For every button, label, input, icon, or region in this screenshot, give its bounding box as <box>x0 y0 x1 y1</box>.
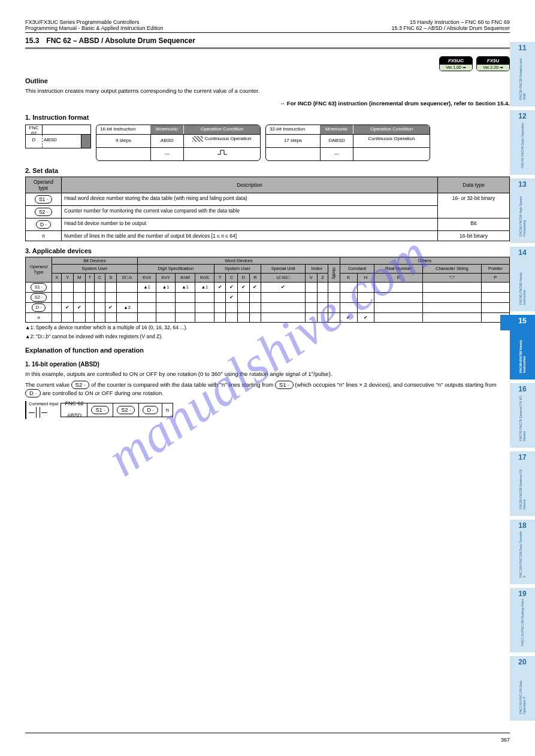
badge-suffix: 3U <box>493 58 499 63</box>
appl-col: D□.b <box>117 273 138 282</box>
appl-op: n <box>26 312 52 322</box>
appl-col: D <box>237 273 249 282</box>
appl-cell <box>374 282 423 292</box>
outline-p2: For INCD (FNC 63) instruction (increment… <box>287 100 510 107</box>
tab-label: FNC110-FNC139 Floating Point <box>521 598 524 646</box>
side-tab-14[interactable]: 14FNC60-FNC69 Handy Instruction <box>510 247 535 311</box>
appl-cell <box>214 292 226 302</box>
appl-cell <box>317 282 328 292</box>
side-tab-20[interactable]: 20FNC140-FNC149 Data Operation 2 <box>510 656 535 721</box>
appl-cell: ✔ <box>74 302 86 312</box>
appl-cell <box>74 292 86 302</box>
box16-cond: Continuous Operation <box>205 136 252 141</box>
appl-col: Z <box>317 273 328 282</box>
op-pill: S1 · <box>275 381 294 389</box>
side-tab-16[interactable]: 16FNC70-FNC79 External FX I/O Device <box>510 383 535 448</box>
badge-bottom: Ver.1.00 ➡ <box>440 65 472 71</box>
appl-cell <box>357 302 374 312</box>
appl-cell <box>423 282 482 292</box>
box32-mnem-hdr: Mnemonic <box>320 125 353 134</box>
side-tab-12[interactable]: 12FNC40-FNC49 Data Operation <box>510 110 535 175</box>
appl-cell <box>261 302 306 312</box>
function-para-2: The current value S2 · of the counter is… <box>25 381 510 397</box>
function-para-1: In this example, outputs are controlled … <box>25 370 510 378</box>
side-tab-17[interactable]: 17FNC80-FNC89 External FX Device <box>510 451 535 516</box>
appl-cell <box>226 312 238 322</box>
appl-cell <box>317 302 328 312</box>
appl-digit: Digit Specification <box>137 264 214 273</box>
appl-cell <box>95 302 105 312</box>
tab-num: 14 <box>511 249 534 257</box>
dp-col: D <box>26 135 43 148</box>
appl-cell <box>237 292 249 302</box>
appl-cell <box>423 292 482 302</box>
fnc-box: FNC 62 ABSD S1 · S2 · D · n <box>61 403 173 417</box>
pulse-marker <box>81 135 90 148</box>
appl-cell <box>95 312 105 322</box>
inst-left-box: FNC 62 D ABSD <box>25 125 91 148</box>
box16-steps: 9 steps <box>96 135 150 147</box>
appl-col: KnM <box>175 273 195 282</box>
side-tab-11[interactable]: 11FNC30-FNC39 Rotation and Shift <box>510 42 535 107</box>
tab-label: FNC30-FNC39 Rotation and Shift <box>519 52 526 100</box>
appl-cell <box>261 312 306 322</box>
op-pill: S2 · <box>31 293 47 302</box>
box16-r2-mnem: — <box>150 148 183 160</box>
appl-col: Y <box>62 273 74 282</box>
applicable-heading: 3. Applicable devices <box>25 247 510 254</box>
ladder-rail <box>25 401 26 419</box>
appl-cell <box>117 292 138 302</box>
appl-op: S2 · <box>26 292 52 302</box>
appl-cell <box>85 312 95 322</box>
badge-fx: FX <box>448 58 454 63</box>
appl-col: E <box>374 273 423 282</box>
appl-cell <box>340 302 358 312</box>
appl-sysword: System User <box>214 264 261 273</box>
box16-mnem: ABSD <box>150 135 183 147</box>
side-tab-19[interactable]: 19FNC110-FNC139 Floating Point <box>510 588 535 652</box>
appl-cell: ▲2 <box>117 302 138 312</box>
appl-cell <box>95 292 105 302</box>
appl-cell <box>214 302 226 312</box>
appl-cell <box>117 312 138 322</box>
op-dtype: Bit <box>438 218 510 230</box>
appl-col: "□" <box>423 273 482 282</box>
appl-char: Character String <box>423 264 482 273</box>
appl-cell <box>137 302 156 312</box>
appl-cell: ✔ <box>214 282 226 292</box>
appl-cell: ✔ <box>62 302 74 312</box>
appl-col-op: Operand Type <box>26 257 52 282</box>
appl-cell <box>306 292 318 302</box>
appl-cell <box>226 302 238 312</box>
appl-cell <box>237 302 249 312</box>
appl-cell <box>261 292 306 302</box>
inst-box-16: 16-bit Instruction Mnemonic Operation Co… <box>96 125 261 161</box>
appl-cell <box>357 282 374 292</box>
op-pill: S2 · <box>71 381 90 389</box>
side-tab-13[interactable]: 13FNC50-FNC59 High Speed Processing <box>510 178 535 243</box>
appl-cell <box>137 292 156 302</box>
table-row: D · Head bit device number to be output … <box>26 218 510 230</box>
op-pill: D · <box>25 389 41 397</box>
appl-cell <box>423 302 482 312</box>
appl-col: X <box>52 273 62 282</box>
box32-label: 32-bit Instruction <box>266 125 320 134</box>
appl-cell <box>156 302 175 312</box>
appl-cell <box>52 282 62 292</box>
appl-col: KnX <box>137 273 156 282</box>
appl-cell <box>328 282 340 292</box>
appl-col: H <box>357 273 374 282</box>
op-pill: D · <box>36 220 51 229</box>
side-tab-15[interactable]: 15FNC60-FNC69 Handy Instruction <box>510 315 535 379</box>
appl-col: T <box>214 273 226 282</box>
side-tab-18[interactable]: 18FNC100-FNC109 Data Transfer 2 <box>510 520 535 584</box>
appl-cell: ▲1 <box>156 282 175 292</box>
appl-cell <box>105 312 117 322</box>
pulse-icon <box>217 149 228 155</box>
tab-label: FNC100-FNC109 Data Transfer 2 <box>519 530 526 578</box>
badge-bottom: Ver.2.20 ➡ <box>477 65 509 71</box>
box16-label: 16-bit Instruction <box>96 125 150 134</box>
op-desc: Number of lines in the table and the num… <box>62 230 438 241</box>
appl-col: C <box>226 273 238 282</box>
appl-cell: ✔ <box>226 292 238 302</box>
